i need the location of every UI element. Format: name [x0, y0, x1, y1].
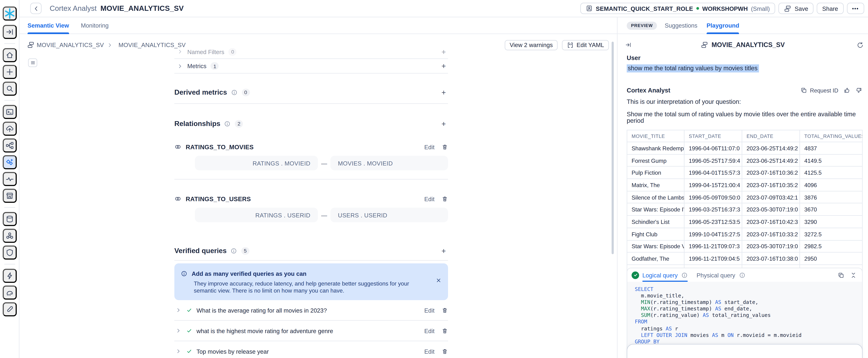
- rail-item-marketplace[interactable]: [2, 189, 17, 203]
- rail-item-worksheets[interactable]: [2, 105, 17, 119]
- trash-icon[interactable]: [441, 328, 448, 334]
- search-icon: [5, 84, 14, 93]
- page-title: MOVIE_ANALYTICS_SV: [100, 4, 184, 12]
- prompt-input[interactable]: [627, 344, 863, 358]
- thumbs-up-icon[interactable]: [844, 87, 850, 93]
- rail-item-connections[interactable]: [2, 138, 17, 153]
- rail-item-home[interactable]: [2, 48, 17, 62]
- table-cell: 4096: [800, 179, 862, 191]
- verified-query-row[interactable]: What is the average rating for all movie…: [174, 300, 448, 321]
- chevron-right-icon[interactable]: [176, 348, 181, 354]
- info-icon[interactable]: [231, 89, 237, 95]
- rail-item-collaboration[interactable]: [2, 229, 17, 243]
- section-row-named-filters[interactable]: Named Filters 0 +: [174, 45, 448, 59]
- section-derived-metrics: Derived metrics 0 +: [174, 74, 448, 104]
- info-icon[interactable]: [739, 272, 745, 278]
- chevron-right-icon: [177, 63, 183, 69]
- activity-icon: [5, 175, 14, 183]
- chevron-right-icon[interactable]: [176, 307, 181, 313]
- section-outline-button[interactable]: [28, 58, 37, 67]
- rail-divider: [4, 264, 15, 265]
- link-icon: [174, 195, 181, 202]
- tab-suggestions[interactable]: Suggestions: [665, 17, 698, 33]
- back-button[interactable]: [30, 3, 41, 14]
- relationships-count: 2: [235, 120, 243, 128]
- share-button[interactable]: Share: [817, 3, 843, 14]
- tab-physical-query[interactable]: Physical query: [696, 268, 745, 282]
- collapse-section-icon[interactable]: [850, 272, 857, 278]
- copy-icon[interactable]: [838, 272, 844, 278]
- trash-icon[interactable]: [441, 348, 448, 355]
- semantic-view-icon: [784, 5, 792, 12]
- rail-item-cortex-ai[interactable]: [2, 155, 17, 169]
- section-row-metrics[interactable]: Metrics 1 +: [174, 59, 448, 74]
- table-cell: 4837: [800, 142, 862, 154]
- verified-query-row[interactable]: what is the highest movie rating for adv…: [174, 321, 448, 341]
- info-icon[interactable]: [681, 272, 688, 278]
- trash-icon[interactable]: [441, 307, 448, 313]
- context-selector-button[interactable]: SEMANTIC_QUICK_START_ROLE WORKSHOPWH (Sm…: [580, 3, 775, 14]
- add-derived-metric-button[interactable]: +: [441, 88, 446, 96]
- rail-item-panel-expand[interactable]: [2, 25, 17, 39]
- trash-icon[interactable]: [441, 144, 448, 150]
- save-button[interactable]: Save: [778, 3, 813, 14]
- semantic-view-icon: [27, 41, 35, 49]
- sql-token: SELECT: [635, 286, 653, 292]
- trash-icon[interactable]: [441, 196, 448, 202]
- info-icon[interactable]: [224, 120, 231, 127]
- view-warnings-button[interactable]: View 2 warnings: [505, 40, 558, 50]
- edit-relationship-link[interactable]: Edit: [424, 196, 435, 202]
- connections-icon: [5, 141, 14, 150]
- sql-token: AS: [703, 312, 709, 318]
- edit-verified-query-link[interactable]: Edit: [424, 328, 435, 334]
- table-cell: Pulp Fiction: [627, 167, 684, 179]
- collapse-panel-icon[interactable]: [625, 42, 631, 48]
- rail-divider: [4, 207, 15, 208]
- thumbs-down-icon[interactable]: [856, 87, 862, 93]
- table-row: Matrix, The1999-04-15T21:00:42023-07-16T…: [627, 179, 862, 191]
- edit-yaml-button[interactable]: Edit YAML: [562, 40, 609, 50]
- add-verified-query-button[interactable]: +: [441, 247, 446, 254]
- rail-item-search[interactable]: [2, 82, 17, 96]
- role-badge-icon: [586, 5, 592, 12]
- table-row: Schindler's List1996-05-23T12:53:52023-0…: [627, 216, 862, 228]
- breadcrumb-root[interactable]: MOVIE_ANALYTICS_SV: [37, 42, 104, 48]
- tab-logical-query[interactable]: Logical query: [642, 268, 688, 282]
- interpretation-text: Show me the total sum of rating values b…: [627, 111, 862, 124]
- edit-relationship-link[interactable]: Edit: [424, 144, 435, 150]
- table-column-header: START_DATE: [684, 130, 742, 142]
- verified-query-row[interactable]: Top movies by release yearEdit: [174, 341, 448, 358]
- request-id-button[interactable]: Request ID: [801, 87, 838, 93]
- derived-metrics-title: Derived metrics: [174, 88, 227, 96]
- relationship-name: RATINGS_TO_USERS: [186, 196, 251, 202]
- rail-item-ingestion[interactable]: [2, 122, 17, 136]
- rail-divider: [4, 100, 15, 101]
- tab-playground[interactable]: Playground: [707, 17, 739, 33]
- left-panel-scrollbar[interactable]: [612, 42, 614, 254]
- rail-item-tools[interactable]: [2, 302, 17, 316]
- tab-semantic-view[interactable]: Semantic View: [28, 17, 69, 33]
- edit-verified-query-link[interactable]: Edit: [424, 307, 435, 313]
- rail-item-postgres[interactable]: [2, 285, 17, 300]
- sql-token: AS: [666, 325, 672, 331]
- close-icon[interactable]: [436, 277, 441, 283]
- sql-token: r.movieid = m.movieid: [734, 332, 802, 338]
- add-relationship-button[interactable]: +: [441, 120, 446, 128]
- add-metric-button[interactable]: +: [441, 62, 446, 70]
- more-options-button[interactable]: •••: [847, 3, 864, 14]
- tab-monitoring[interactable]: Monitoring: [81, 17, 109, 33]
- add-named-filter-button[interactable]: +: [441, 48, 446, 56]
- chevron-right-icon[interactable]: [176, 328, 181, 334]
- table-row: Shawshank Redemption,1996-04-06T11:07:02…: [627, 142, 862, 154]
- rail-item-governance[interactable]: [2, 246, 17, 259]
- snowflake-logo[interactable]: [2, 6, 17, 21]
- relationship-card: RATINGS_TO_MOVIESEditRATINGS . MOVIEID—M…: [174, 143, 448, 180]
- rail-item-plus[interactable]: [2, 65, 17, 79]
- edit-verified-query-link[interactable]: Edit: [424, 348, 435, 355]
- verified-query-actions: Edit: [424, 348, 448, 355]
- rail-item-activity[interactable]: [2, 172, 17, 186]
- rail-item-database[interactable]: [2, 212, 17, 226]
- info-icon[interactable]: [230, 248, 237, 254]
- rail-item-automation[interactable]: [2, 269, 17, 283]
- refresh-icon[interactable]: [857, 42, 864, 49]
